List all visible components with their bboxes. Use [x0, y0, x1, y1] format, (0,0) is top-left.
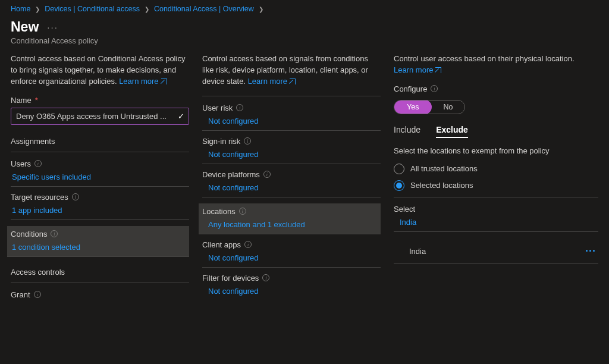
breadcrumb-devices[interactable]: Devices | Conditional access: [45, 5, 140, 13]
selected-location-name: India: [409, 247, 426, 256]
column-locations: Control user access based on their physi…: [394, 54, 598, 306]
info-icon[interactable]: i: [34, 291, 41, 298]
row-more-button[interactable]: ···: [585, 245, 596, 258]
chevron-right-icon: ❯: [259, 6, 263, 12]
users-value[interactable]: Specific users included: [11, 172, 189, 181]
divider: [11, 283, 189, 283]
page-title: New: [11, 19, 39, 35]
radio-icon-selected: [394, 180, 404, 191]
info-icon[interactable]: i: [244, 137, 251, 145]
users-label: Usersi: [11, 159, 189, 168]
check-icon: ✓: [178, 112, 184, 121]
client-apps-value[interactable]: Not configured: [202, 253, 381, 262]
configure-label: Configurei: [394, 84, 598, 93]
external-link-icon: [290, 79, 296, 84]
filter-devices-value[interactable]: Not configured: [202, 287, 381, 296]
exclude-instruction: Select the locations to exempt from the …: [394, 146, 598, 155]
info-icon[interactable]: i: [72, 193, 79, 200]
signin-risk-label: Sign-in riski: [202, 137, 381, 146]
learn-more-link[interactable]: Learn more: [248, 76, 296, 87]
select-label: Select: [394, 205, 598, 214]
divider: [394, 197, 598, 197]
filter-devices-label: Filter for devicesi: [202, 274, 381, 283]
info-icon[interactable]: i: [236, 104, 243, 111]
user-risk-label: User riski: [202, 103, 381, 112]
more-actions-button[interactable]: ···: [47, 22, 58, 32]
info-icon[interactable]: i: [263, 171, 271, 178]
locations-value[interactable]: Any location and 1 excluded: [202, 220, 381, 229]
tab-include[interactable]: Include: [394, 125, 420, 138]
grant-label[interactable]: Granti: [11, 290, 189, 299]
name-input-wrap: ✓: [11, 108, 189, 125]
conditions-description: Control access based on signals from con…: [202, 54, 381, 87]
radio-icon: [394, 164, 404, 174]
locations-label: Locationsi: [202, 207, 381, 216]
target-label: Target resourcesi: [11, 193, 189, 202]
locations-description: Control user access based on their physi…: [394, 54, 598, 76]
radio-all-trusted[interactable]: All trusted locations: [394, 164, 598, 174]
device-platforms-block[interactable]: Device platformsi Not configured: [202, 170, 381, 197]
target-value[interactable]: 1 app included: [11, 206, 189, 215]
chevron-right-icon: ❯: [35, 6, 40, 12]
client-apps-label: Client appsi: [202, 240, 381, 249]
user-risk-block[interactable]: User riski Not configured: [202, 103, 381, 131]
conditions-block[interactable]: Conditionsi 1 condition selected: [7, 226, 189, 257]
locations-block[interactable]: Locationsi Any location and 1 excluded: [199, 203, 381, 234]
device-platforms-value[interactable]: Not configured: [202, 183, 381, 192]
learn-more-link[interactable]: Learn more: [119, 76, 167, 87]
target-resources-block[interactable]: Target resourcesi 1 app included: [11, 193, 189, 220]
learn-more-link[interactable]: Learn more: [394, 65, 441, 76]
breadcrumb-home[interactable]: Home: [11, 5, 30, 13]
radio-selected-locations[interactable]: Selected locations: [394, 180, 598, 191]
info-icon[interactable]: i: [239, 208, 246, 215]
conditions-value[interactable]: 1 condition selected: [11, 243, 189, 252]
access-controls-heading: Access controls: [11, 268, 189, 277]
name-label: Name*: [11, 96, 189, 105]
column-basics: Control access based on Conditional Acce…: [11, 54, 189, 306]
info-icon[interactable]: i: [51, 230, 58, 237]
signin-risk-value[interactable]: Not configured: [202, 150, 381, 159]
breadcrumb-overview[interactable]: Conditional Access | Overview: [154, 5, 254, 13]
conditions-label: Conditionsi: [11, 230, 189, 239]
include-exclude-tabs: Include Exclude: [394, 125, 598, 138]
column-conditions: Control access based on signals from con…: [202, 54, 381, 306]
toggle-no[interactable]: No: [431, 101, 464, 114]
device-platforms-label: Device platformsi: [202, 170, 381, 179]
select-value[interactable]: India: [394, 218, 598, 227]
info-icon[interactable]: i: [244, 241, 252, 248]
info-icon[interactable]: i: [34, 160, 42, 167]
users-block[interactable]: Usersi Specific users included: [11, 159, 189, 187]
radio-label: All trusted locations: [410, 164, 478, 173]
divider: [11, 152, 189, 152]
selected-location-row: India ···: [394, 239, 598, 264]
info-icon[interactable]: i: [431, 85, 438, 92]
info-icon[interactable]: i: [262, 274, 269, 281]
signin-risk-block[interactable]: Sign-in riski Not configured: [202, 137, 381, 164]
external-link-icon: [161, 79, 167, 84]
divider: [202, 96, 381, 96]
breadcrumb: Home ❯ Devices | Conditional access ❯ Co…: [0, 0, 609, 15]
name-input[interactable]: [11, 108, 189, 125]
external-link-icon: [435, 67, 441, 73]
select-block[interactable]: Select India: [394, 205, 598, 232]
client-apps-block[interactable]: Client appsi Not configured: [202, 240, 381, 268]
page-subtitle: Conditional Access policy: [0, 35, 609, 54]
chevron-right-icon: ❯: [145, 6, 149, 12]
title-row: New ···: [0, 15, 609, 35]
filter-devices-block[interactable]: Filter for devicesi Not configured: [202, 274, 381, 300]
radio-label: Selected locations: [410, 181, 473, 190]
basics-description: Control access based on Conditional Acce…: [11, 54, 189, 87]
configure-toggle[interactable]: Yes No: [394, 100, 465, 114]
toggle-yes[interactable]: Yes: [394, 100, 432, 114]
user-risk-value[interactable]: Not configured: [202, 117, 381, 125]
tab-exclude[interactable]: Exclude: [436, 125, 468, 138]
assignments-heading: Assignments: [11, 137, 189, 146]
